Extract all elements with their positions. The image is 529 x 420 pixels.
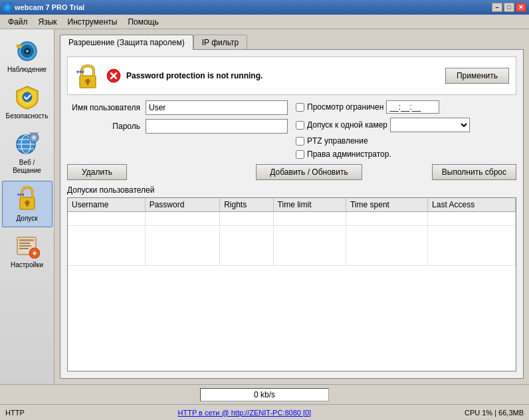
time-input[interactable] xyxy=(386,100,439,114)
password-label: Пароль xyxy=(67,122,140,131)
sidebar-item-access[interactable]: *** Допуск xyxy=(2,181,53,227)
tabs: Разрешение (Защита паролем) IP фильтр xyxy=(60,35,524,50)
svg-point-3 xyxy=(26,50,29,52)
col-lastaccess: Last Access xyxy=(428,198,516,212)
camera-access-label: Допуск к одной камер xyxy=(307,120,387,130)
access-table-title: Допуски пользователей xyxy=(67,185,516,195)
settings-icon xyxy=(15,233,40,259)
tab-ip-filter[interactable]: IP фильтр xyxy=(193,35,248,50)
sidebar-label-web: Веб / Вещание xyxy=(5,159,49,175)
sidebar-label-security: Безопасность xyxy=(6,112,49,120)
main-container: Наблюдение Безопасность xyxy=(0,29,529,384)
password-input[interactable] xyxy=(146,119,288,134)
col-password: Password xyxy=(145,198,219,212)
app-icon xyxy=(3,3,12,12)
ptz-label: PTZ управление xyxy=(307,136,368,146)
ptz-checkbox[interactable] xyxy=(296,137,304,146)
title-bar-left: webcam 7 PRO Trial xyxy=(3,3,84,12)
minimize-button[interactable]: – xyxy=(492,3,502,12)
svg-rect-5 xyxy=(17,46,21,48)
main-panel: *** Password protection is not running. … xyxy=(60,49,524,379)
buttons-row: Удалить Добавить / Обновить Выполнить сб… xyxy=(67,164,516,180)
menu-bar: Файл Язык Инструменты Помощь xyxy=(0,15,529,29)
form-section: Имя пользователя Пароль Просмотр огранич… xyxy=(67,100,516,159)
svg-rect-16 xyxy=(26,203,28,207)
camera-access-checkbox[interactable] xyxy=(296,121,304,130)
table-header-row: Username Password Rights Time limit Time… xyxy=(68,198,516,212)
access-table: Username Password Rights Time limit Time… xyxy=(68,198,516,266)
error-icon xyxy=(106,68,121,83)
warning-text: Password protection is not running. xyxy=(126,71,440,80)
username-label: Имя пользователя xyxy=(67,103,140,112)
view-limited-label: Просмотр ограничен xyxy=(307,102,383,112)
form-left: Имя пользователя Пароль xyxy=(67,100,288,159)
sidebar-label-access: Допуск xyxy=(16,215,37,223)
sidebar-item-security[interactable]: Безопасность xyxy=(2,80,53,125)
bottom-bar: HTTP HTTP в сети @ http://ZENIT-PC:8080 … xyxy=(0,404,529,420)
delete-button[interactable]: Удалить xyxy=(67,164,127,180)
content-area: Разрешение (Защита паролем) IP фильтр **… xyxy=(54,29,529,384)
speed-indicator: 0 kb/s xyxy=(200,388,329,401)
col-timespent: Time spent xyxy=(346,198,427,212)
password-row: Пароль xyxy=(67,119,288,134)
sidebar-label-monitoring: Наблюдение xyxy=(7,66,47,74)
col-rights: Rights xyxy=(220,198,273,212)
camera-select[interactable] xyxy=(390,118,470,132)
sidebar-item-settings[interactable]: Настройки xyxy=(2,229,53,274)
sidebar-item-web[interactable]: Веб / Вещание xyxy=(2,126,53,179)
title-bar: webcam 7 PRO Trial – □ ✕ xyxy=(0,0,529,15)
sidebar-label-settings: Настройки xyxy=(11,261,43,269)
table-row[interactable] xyxy=(68,212,516,226)
col-username: Username xyxy=(68,198,145,212)
menu-file[interactable]: Файл xyxy=(3,16,33,28)
status-bar: 0 kb/s xyxy=(0,384,529,404)
tab-password-protection[interactable]: Разрешение (Защита паролем) xyxy=(60,35,193,50)
col-timelimit: Time limit xyxy=(273,198,346,212)
username-input[interactable] xyxy=(146,100,288,115)
menu-tools[interactable]: Инструменты xyxy=(62,16,123,28)
warning-banner: *** Password protection is not running. … xyxy=(67,56,516,95)
reset-button[interactable]: Выполнить сброс xyxy=(432,164,516,180)
title-bar-buttons: – □ ✕ xyxy=(492,3,526,12)
apply-button[interactable]: Применить xyxy=(445,68,509,84)
window-title: webcam 7 PRO Trial xyxy=(15,3,84,11)
username-row: Имя пользователя xyxy=(67,100,288,115)
camera-icon xyxy=(14,39,41,63)
form-right: Просмотр ограничен Допуск к одной камер … xyxy=(296,100,516,159)
access-table-container[interactable]: Username Password Rights Time limit Time… xyxy=(67,197,516,371)
admin-checkbox[interactable] xyxy=(296,150,304,159)
table-row[interactable] xyxy=(68,226,516,266)
add-update-button[interactable]: Добавить / Обновить xyxy=(256,164,362,180)
lock-banner-icon: *** xyxy=(74,62,101,89)
http-link[interactable]: HTTP в сети @ http://ZENIT-PC:8080 [0] xyxy=(178,409,312,417)
admin-row: Права администратор. xyxy=(296,150,516,159)
svg-rect-20 xyxy=(19,243,30,244)
lock-icon: *** xyxy=(16,185,39,212)
cpu-info: CPU 1% | 66,3MB xyxy=(465,409,524,417)
svg-text:***: *** xyxy=(76,70,84,77)
access-section: Допуски пользователей Username Password … xyxy=(67,185,516,371)
svg-text:***: *** xyxy=(17,192,25,199)
menu-language[interactable]: Язык xyxy=(33,16,62,28)
web-icon xyxy=(14,131,41,156)
sidebar-item-monitoring[interactable]: Наблюдение xyxy=(2,35,53,78)
close-button[interactable]: ✕ xyxy=(516,3,526,12)
svg-rect-21 xyxy=(19,245,31,247)
camera-access-row: Допуск к одной камер xyxy=(296,118,516,132)
menu-help[interactable]: Помощь xyxy=(122,16,163,28)
svg-point-13 xyxy=(32,136,36,140)
ptz-row: PTZ управление xyxy=(296,136,516,146)
maximize-button[interactable]: □ xyxy=(504,3,514,12)
sidebar: Наблюдение Безопасность xyxy=(0,29,54,384)
view-limited-row: Просмотр ограничен xyxy=(296,100,516,114)
svg-rect-19 xyxy=(19,239,34,241)
protocol-label: HTTP xyxy=(5,409,25,417)
svg-rect-22 xyxy=(19,248,29,249)
view-limited-checkbox[interactable] xyxy=(296,103,304,112)
admin-label: Права администратор. xyxy=(307,150,391,159)
svg-rect-26 xyxy=(87,82,89,85)
shield-icon xyxy=(15,84,40,110)
